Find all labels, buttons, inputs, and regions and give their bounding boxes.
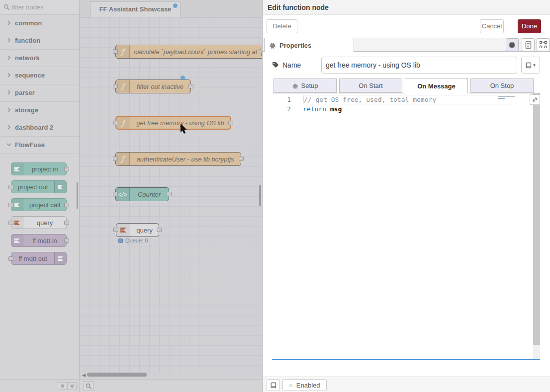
input-port[interactable] [113, 192, 118, 196]
function-editor-tabs: Setup On Start On Message On Stop [272, 78, 540, 93]
tab-appearance-icon-button[interactable] [537, 38, 550, 51]
tab-properties[interactable]: Properties [264, 38, 354, 52]
input-port[interactable] [113, 84, 118, 88]
circle-icon: ○ [289, 382, 293, 389]
input-port[interactable] [113, 228, 118, 232]
palette-node-ff-mqtt-out[interactable]: ff mqtt out [11, 252, 67, 265]
canvas-area: FF Assistant Showcase ƒ calculate `paylo… [80, 0, 262, 392]
object-group-icon [540, 41, 547, 48]
tray-toolbar: Delete Cancel Done [263, 15, 550, 38]
output-port[interactable] [64, 238, 69, 243]
node-status: Queue: 0 [118, 237, 148, 243]
canvas-vertical-scrollbar[interactable] [259, 185, 261, 206]
input-port[interactable] [8, 221, 13, 225]
name-label: Name [272, 61, 321, 69]
name-input[interactable] [321, 57, 517, 74]
code-line-1: // get OS free, used, total memory [303, 95, 436, 104]
node-filter-out-inactive[interactable]: ƒ filter out inactive [115, 79, 191, 93]
input-port[interactable] [113, 157, 118, 161]
canvas-horizontal-scrollbar[interactable] [87, 373, 147, 377]
delete-button[interactable]: Delete [267, 19, 297, 33]
flowfuse-palette-nodes: project in project out project call [0, 154, 79, 379]
editor-focus-line [272, 359, 540, 360]
tray-form: Name ▾ Setup On Start On Message [263, 52, 550, 377]
tab-on-stop[interactable]: On Stop [470, 78, 534, 93]
tab-description-icon-button[interactable] [522, 38, 535, 51]
palette-category-function[interactable]: function [0, 32, 79, 50]
output-port[interactable] [64, 167, 69, 171]
tab-properties-icon-button[interactable] [506, 38, 519, 51]
node-authenticate-user[interactable]: ƒ authenticateUser - use lib bcryptjs [115, 152, 241, 166]
tag-icon [272, 62, 279, 69]
palette-category-common[interactable]: common [0, 15, 79, 32]
tab-on-message[interactable]: On Message [405, 78, 468, 93]
palette-category-sequence[interactable]: sequence [0, 67, 79, 84]
mouse-cursor [181, 124, 187, 134]
search-flows-button[interactable] [84, 381, 93, 391]
palette-node-ff-mqtt-in[interactable]: ff mqtt in [11, 234, 67, 247]
output-port[interactable] [228, 121, 233, 125]
code-line-2: return msg [303, 104, 342, 114]
output-port[interactable] [157, 228, 162, 232]
input-port[interactable] [8, 203, 13, 207]
library-dropdown-button[interactable]: ▾ [521, 57, 540, 74]
flow-modified-dot [173, 3, 178, 8]
edit-node-tray: Edit function node Delete Cancel Done Pr… [262, 0, 550, 392]
editor-scrollbar[interactable] [533, 93, 540, 345]
input-port[interactable] [113, 121, 118, 125]
flow-tab[interactable]: FF Assistant Showcase [90, 1, 181, 17]
code-editor[interactable]: 1 2 // get OS free, used, total memory r… [272, 93, 540, 360]
line-number: 2 [272, 104, 291, 114]
expand-icon [532, 96, 538, 103]
output-port[interactable] [64, 203, 69, 207]
node-modified-dot [181, 76, 185, 80]
output-port[interactable] [188, 84, 193, 88]
palette-node-project-call[interactable]: project call [11, 198, 67, 211]
flowfuse-logo-icon [11, 235, 23, 246]
expand-editor-button[interactable] [530, 94, 540, 105]
tab-setup[interactable]: Setup [274, 78, 337, 93]
double-chevron-down-icon [70, 384, 75, 389]
chevron-right-icon [6, 55, 12, 61]
flow-canvas[interactable]: ƒ calculate `payload.count` primes start… [80, 17, 262, 373]
text-cursor [303, 96, 303, 103]
node-query[interactable]: query [116, 223, 159, 237]
function-icon: ƒ [116, 117, 130, 129]
output-port[interactable] [239, 157, 244, 161]
scroll-left-arrow-icon[interactable]: ◀ [82, 373, 86, 378]
collapse-all-categories-button[interactable] [58, 382, 67, 390]
node-palette: common function network sequence parser … [0, 0, 80, 379]
tray-title: Edit function node [263, 0, 550, 15]
palette-category-network[interactable]: network [0, 50, 79, 67]
canvas-footer [80, 379, 262, 392]
flowfuse-logo-icon [116, 224, 130, 236]
node-enabled-toggle[interactable]: ○ Enabled [282, 379, 327, 391]
palette-node-project-out[interactable]: project out [11, 180, 67, 193]
input-port[interactable] [8, 185, 13, 189]
node-counter[interactable]: </> Counter [115, 187, 169, 201]
input-port[interactable] [8, 256, 13, 261]
node-get-free-memory[interactable]: ƒ get free memory - using OS lib [115, 116, 231, 130]
filter-nodes-input[interactable] [0, 0, 79, 14]
double-chevron-up-icon [60, 384, 65, 389]
done-button[interactable]: Done [518, 19, 541, 33]
palette-category-flowfuse[interactable]: FlowFuse [0, 137, 79, 154]
palette-search [0, 0, 79, 15]
library-button[interactable] [267, 379, 280, 391]
output-port[interactable] [167, 192, 172, 196]
tab-on-start[interactable]: On Start [339, 78, 402, 93]
palette-category-dashboard2[interactable]: dashboard 2 [0, 119, 79, 137]
output-port[interactable] [64, 221, 69, 225]
palette-category-parser[interactable]: parser [0, 84, 79, 102]
search-icon [86, 383, 92, 390]
input-port[interactable] [113, 49, 118, 54]
palette-category-storage[interactable]: storage [0, 102, 79, 119]
palette-scrollbar[interactable] [77, 182, 78, 209]
expand-all-categories-button[interactable] [67, 382, 77, 390]
palette-node-query[interactable]: query [11, 216, 67, 229]
node-calculate-primes[interactable]: ƒ calculate `payload.count` primes start… [115, 45, 262, 59]
flowfuse-logo-icon [54, 181, 66, 193]
palette-node-project-in[interactable]: project in [11, 162, 67, 175]
chevron-right-icon [6, 124, 12, 130]
cancel-button[interactable]: Cancel [480, 19, 504, 33]
